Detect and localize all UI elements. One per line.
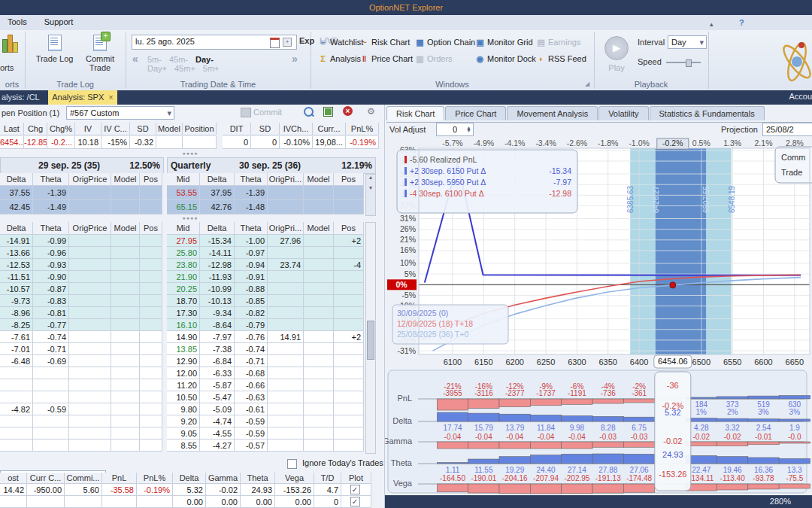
column-header[interactable]: OrigPrice [69,173,111,186]
grid-row[interactable]: -8.25-0.7716.10-8.64-0.79 [0,319,364,331]
column-header[interactable]: Pos [334,222,364,235]
grid-row[interactable]: -14.91-0.9927.95-15.34-1.0027.96+2 [0,235,364,247]
column-header[interactable]: PnL [102,473,137,484]
tab-risk-chart[interactable]: Risk Chart [386,106,444,120]
column-header[interactable]: Delta [173,473,206,484]
dialog-launcher-icon[interactable]: ◢ [585,81,589,87]
step-forward-icon[interactable]: » [292,53,298,65]
tab-price-chart[interactable]: Price Chart [445,106,506,120]
tab-statistics-fundamentals[interactable]: Statistics & Fundamentals [650,106,765,120]
time-nav-5mplus[interactable]: 5m+ [203,64,220,73]
grid-row[interactable]: -11.51-0.9021.90-11.93-0.91 [0,271,364,283]
time-nav-45mminus[interactable]: 45m- [169,55,188,64]
settings-gear-icon[interactable]: ⚙ [367,106,375,117]
time-nav-5mminus[interactable]: 5m- [147,55,162,64]
export-icon[interactable] [323,107,333,117]
mini-scrollbar[interactable]: ▲▼ [365,174,376,216]
play-button[interactable]: ▶ [604,36,629,60]
reports-button-label[interactable]: orts [0,63,23,72]
ribbon-collapse-icon[interactable]: ▴ [710,20,714,28]
column-header[interactable]: Model [304,173,334,186]
plot-checkbox[interactable]: ✓ [341,496,371,508]
column-header[interactable]: Gamma [206,473,241,484]
grid-row[interactable]: 9.05-4.55-0.59 [0,427,364,440]
calendar-icon[interactable] [270,38,280,48]
time-nav-45mplus[interactable]: 45m+ [174,64,195,73]
column-header[interactable]: Mid [167,173,200,186]
tab-analysis-cl[interactable]: alysis: /CL [0,90,50,105]
column-header[interactable]: Theta [33,173,69,186]
grid-row[interactable]: -9.73-0.8318.70-10.13-0.85 [0,295,364,307]
grid-row[interactable]: 12.00-6.33-0.68 [0,367,364,379]
grid-row[interactable]: -4.82-0.599.80-5.09-0.61 [0,403,364,415]
column-header[interactable]: Model [111,222,140,235]
column-header[interactable]: ost [0,473,27,484]
grid-row[interactable]: 11.20-5.87-0.66 [0,379,364,391]
spinner-down-icon[interactable]: ▼ [466,125,471,137]
grid-row[interactable]: -7.61-0.7414.90-7.97-0.7614.91+2 [0,331,364,343]
column-header[interactable]: Pos [140,222,162,235]
grid-row[interactable]: 42.45-1.4965.1542.76-1.48 [0,200,364,214]
column-header[interactable]: Theta [235,173,268,186]
column-header[interactable]: OrigPri... [268,173,304,186]
grid-row[interactable]: 8.55-4.27-0.57 [0,440,364,452]
commit-trade-button[interactable]: + Commit Trade [77,33,123,72]
column-header[interactable]: PnL% [137,473,173,484]
tab-analysis-spx[interactable]: Analysis: SPX × [48,90,117,105]
windows-item-price-chart[interactable]: ‖Price Chart [359,54,413,63]
projection-date-field[interactable]: 25/08/2 [762,123,812,136]
scrollbar-thumb[interactable] [367,321,374,360]
plot-checkbox[interactable]: ✓ [341,484,371,496]
column-header[interactable]: Model [111,173,140,186]
column-header[interactable]: Commi... [65,473,102,484]
grid-row[interactable]: -8.96-0.8117.30-9.34-0.82 [0,307,364,319]
column-header[interactable]: OrigPri... [268,222,304,235]
column-header[interactable]: Theta [235,222,268,235]
windows-item-watchlist[interactable]: ≡Watchlist [318,38,363,47]
step-back-icon[interactable]: « [132,53,138,65]
ignore-trades-checkbox[interactable]: Ignore Today's Trades [287,458,383,469]
help-icon[interactable]: ? [739,18,744,27]
time-nav-Dayminus[interactable]: Day- [195,55,214,64]
grid-row[interactable]: -13.66-0.9625.80-14.11-0.97 [0,247,364,259]
windows-item-risk-chart[interactable]: ~Risk Chart [359,38,410,47]
column-header[interactable]: Pos [140,173,162,186]
column-header[interactable]: Delta [0,173,33,186]
search-icon[interactable] [304,107,314,117]
column-header[interactable]: OrigPrice [69,222,111,235]
column-header[interactable]: Curr C... [27,473,65,484]
checkbox-box[interactable]: ✓ [350,497,360,506]
column-header[interactable]: Model [304,222,334,235]
trade-log-button[interactable]: Trade Log [34,33,75,63]
windows-item-monitor-grid[interactable]: ▣Monitor Grid [475,38,533,47]
grid-row[interactable]: -6.48-0.6912.90-6.84-0.71 [0,355,364,367]
column-header[interactable]: Plot [341,473,371,484]
strategy-select[interactable]: #567 Custom [66,106,174,120]
interval-select[interactable]: Day [668,35,707,49]
windows-item-monitor-dock[interactable]: ◉Monitor Dock [475,54,536,64]
column-header[interactable]: Vega [275,473,314,484]
reports-icon[interactable] [2,35,18,53]
column-header[interactable]: Delta [200,222,235,235]
close-position-icon[interactable]: × [343,106,353,116]
column-header[interactable]: Theta [241,473,275,484]
exp-label[interactable]: Exp [299,36,314,45]
grid-row[interactable]: -12.53-0.9323.80-12.98-0.9423.74-4 [0,259,364,271]
tab-close-icon[interactable]: × [108,93,113,102]
windows-item-rss-feed[interactable]: ◗RSS Feed [536,54,586,63]
main-scrollbar[interactable] [365,222,376,454]
menu-support[interactable]: Support [37,15,81,26]
menu-tools[interactable]: Tools [0,15,35,26]
tab-movement-analysis[interactable]: Movement Analysis [507,106,598,120]
speed-slider[interactable] [666,62,701,63]
tab-volatility[interactable]: Volatility [598,106,648,120]
checkbox-box[interactable] [287,459,297,469]
time-picker-icon[interactable]: + [283,38,292,47]
windows-item-analysis[interactable]: ΣAnalysis [318,54,361,63]
vol-adjust-spinner[interactable]: 0 ▲ ▼ [436,123,474,136]
grid-row[interactable]: -7.01-0.7113.85-7.38-0.74 [0,343,364,355]
splitter-handle[interactable]: ●●●● [0,215,380,221]
column-header[interactable]: Mid [167,222,200,235]
splitter-handle[interactable]: ●●●● [0,151,380,156]
time-nav-Dayplus[interactable]: Day+ [147,64,167,73]
